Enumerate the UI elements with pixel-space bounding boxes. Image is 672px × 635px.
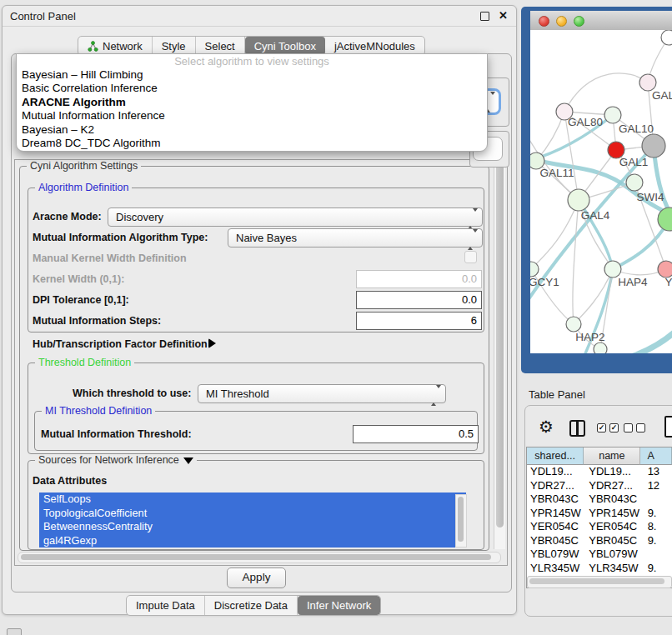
manual-kernel-width-checkbox[interactable] xyxy=(464,251,477,263)
table-cell: YBR043C xyxy=(584,492,640,507)
network-node-label-gal10: GAL10 xyxy=(619,122,654,135)
column-header-a[interactable]: A xyxy=(640,448,672,465)
settings-horizontal-scrollbar[interactable] xyxy=(18,552,501,563)
manual-kernel-width-label: Manual Kernel Width Definition xyxy=(33,252,187,264)
network-edge[interactable] xyxy=(573,200,579,324)
table-row[interactable]: YDL19...YDL19...13 xyxy=(527,465,672,479)
attribute-gal4rgexp[interactable]: gal4RGexp xyxy=(39,534,466,548)
tab-select[interactable]: Select xyxy=(196,37,245,55)
tab-discretize-data[interactable]: Discretize Data xyxy=(205,596,298,615)
kernel-width-label: Kernel Width (0,1): xyxy=(33,273,124,285)
attributes-scrollbar[interactable] xyxy=(455,494,467,548)
algorithm-option-dream8-dc-tdc-algorithm[interactable]: Dream8 DC_TDC Algorithm xyxy=(17,137,487,150)
algorithm-option-bayesian-hill-climbing[interactable]: Bayesian – Hill Climbing xyxy=(17,68,487,82)
dpi-tolerance-field[interactable]: 0.0 xyxy=(356,291,482,309)
table-cell: YBL079W xyxy=(584,548,640,562)
tab-cyni-toolbox[interactable]: Cyni Toolbox xyxy=(245,37,325,55)
table-cell: YPR145W xyxy=(527,507,584,521)
table-horizontal-scrollbar[interactable] xyxy=(527,576,672,588)
table-cell: YDR27... xyxy=(527,479,584,493)
algorithm-option-bayesian-k2[interactable]: Bayesian – K2 xyxy=(17,123,487,137)
tab-network[interactable]: Network xyxy=(78,37,153,55)
gear-icon[interactable]: ⚙ xyxy=(539,417,554,437)
network-node-gal10[interactable] xyxy=(604,107,621,123)
network-view-window[interactable]: GALGAL80GAL10GAL1GAL11SWI4GAL4GCY1HAP4YH… xyxy=(521,7,672,373)
algorithm-dropdown-popup: Select algorithm to view settings Bayesi… xyxy=(16,53,488,152)
table-row[interactable]: YBR043CYBR043C xyxy=(527,492,672,507)
network-node-hap4[interactable] xyxy=(604,261,621,278)
apply-button[interactable]: Apply xyxy=(227,568,286,588)
network-node-y-right[interactable] xyxy=(658,261,672,278)
mi-steps-label: Mutual Information Steps: xyxy=(33,315,161,327)
network-node-swi4[interactable] xyxy=(626,174,643,191)
network-node-gal4[interactable] xyxy=(568,189,589,211)
mi-type-combobox[interactable]: Naive Bayes xyxy=(228,228,483,248)
which-threshold-combobox[interactable]: MI Threshold xyxy=(198,384,446,403)
sources-collapse-arrow-icon[interactable] xyxy=(183,458,193,464)
table-row[interactable]: YPR145WYPR145W9. xyxy=(527,507,672,521)
hub-definition-label[interactable]: Hub/Transcription Factor Definition xyxy=(33,338,208,350)
network-graph[interactable]: GALGAL80GAL10GAL1GAL11SWI4GAL4GCY1HAP4YH… xyxy=(530,30,672,353)
control-panel-title: Control Panel xyxy=(10,10,76,22)
network-node-label-gcy1: GCY1 xyxy=(530,276,559,288)
network-window-titlebar[interactable] xyxy=(530,11,672,31)
table-cell: 13 xyxy=(641,465,672,479)
table-cell xyxy=(641,548,672,562)
data-attributes-list[interactable]: SelfLoopsTopologicalCoefficientBetweenne… xyxy=(39,492,466,548)
table-cell: YBR045C xyxy=(527,534,584,548)
close-icon[interactable]: ✕ xyxy=(499,9,508,22)
algorithm-option-basic-correlation-inference[interactable]: Basic Correlation Inference xyxy=(17,82,487,95)
network-canvas[interactable]: GALGAL80GAL10GAL1GAL11SWI4GAL4GCY1HAP4YH… xyxy=(530,30,672,353)
select-all-columns-icon[interactable]: ✓✓ xyxy=(597,423,619,432)
table-cell: 8. xyxy=(641,520,672,534)
float-window-icon[interactable] xyxy=(480,12,489,21)
tab-jactivemnodules[interactable]: jActiveMNodules xyxy=(325,37,424,55)
tab-impute-data[interactable]: Impute Data xyxy=(127,596,205,615)
columns-icon[interactable] xyxy=(569,420,585,437)
network-node-label-gal-top: GAL xyxy=(652,89,672,102)
deselect-all-columns-icon[interactable] xyxy=(624,423,645,432)
export-table-icon[interactable] xyxy=(664,416,672,438)
network-node-gcy1[interactable] xyxy=(530,262,539,277)
node-table: shared...nameA YDL19...YDL19...13YDR27..… xyxy=(526,447,672,588)
table-row[interactable]: YLR345WYLR345W9. xyxy=(527,562,672,576)
table-cell: 9. xyxy=(641,562,672,576)
network-node-hap2[interactable] xyxy=(566,317,581,332)
table-toolbar: ⚙ ✓✓ xyxy=(524,415,672,445)
table-cell: YBR045C xyxy=(584,534,640,548)
column-header-shared[interactable]: shared... xyxy=(527,448,584,465)
mi-threshold-field[interactable]: 0.5 xyxy=(353,425,479,443)
network-node-label-gal4: GAL4 xyxy=(581,209,610,222)
attribute-topologicalcoefficient[interactable]: TopologicalCoefficient xyxy=(39,507,466,521)
network-node-label-y-right: Y xyxy=(664,276,672,288)
network-node-gray-node[interactable] xyxy=(642,134,665,158)
hub-expand-arrow-icon[interactable] xyxy=(208,338,216,348)
aracne-mode-combobox[interactable]: Discovery xyxy=(108,208,483,227)
table-row[interactable]: YBR045CYBR045C9. xyxy=(527,534,672,548)
network-node-bottom-partial[interactable] xyxy=(594,342,607,353)
attribute-betweennesscentrality[interactable]: BetweennessCentrality xyxy=(39,520,466,534)
table-row[interactable]: YER054CYER054C8. xyxy=(527,520,672,534)
network-edge[interactable] xyxy=(531,200,579,269)
sources-title[interactable]: Sources for Network Inference xyxy=(35,454,197,466)
zoom-traffic-light-icon[interactable] xyxy=(574,16,584,27)
algorithm-option-mutual-information-inference[interactable]: Mutual Information Inference xyxy=(17,109,487,122)
column-header-name[interactable]: name xyxy=(584,448,640,465)
tab-infer-network[interactable]: Infer Network xyxy=(298,596,380,615)
network-node-top-partial[interactable] xyxy=(661,30,672,45)
network-edge[interactable] xyxy=(564,73,648,112)
mi-steps-field[interactable]: 6 xyxy=(356,312,482,330)
kernel-width-field[interactable]: 0.0 xyxy=(356,270,482,288)
table-cell xyxy=(641,492,672,507)
settings-vertical-scrollbar[interactable] xyxy=(494,161,505,549)
control-panel-window: Control Panel ✕ NetworkStyleSelectCyni T… xyxy=(2,5,517,615)
attribute-selfloops[interactable]: SelfLoops xyxy=(39,492,466,507)
tab-style[interactable]: Style xyxy=(153,37,196,55)
table-row[interactable]: YDR27...YDR27...12 xyxy=(527,479,672,493)
table-row[interactable]: YBL079WYBL079W xyxy=(527,548,672,562)
network-node-gal-top[interactable] xyxy=(639,74,656,91)
algorithm-option-aracne-algorithm[interactable]: ARACNE Algorithm xyxy=(17,96,487,109)
minimize-traffic-light-icon[interactable] xyxy=(556,16,567,27)
close-traffic-light-icon[interactable] xyxy=(539,16,549,27)
table-cell: YDL19... xyxy=(584,465,640,479)
